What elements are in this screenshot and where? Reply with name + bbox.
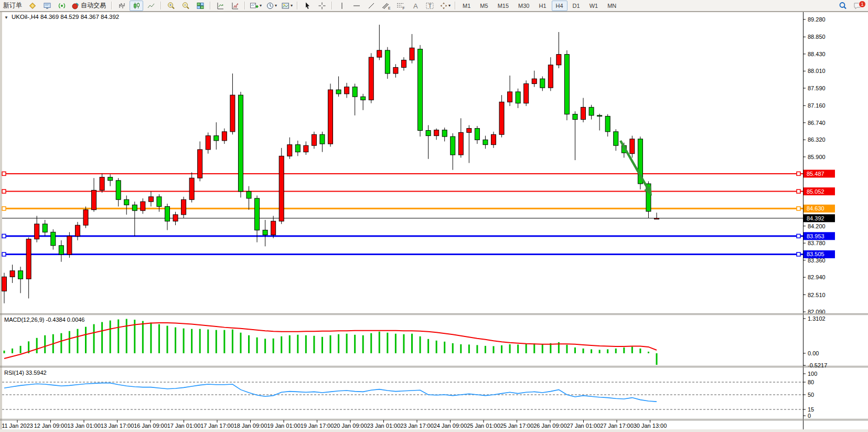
macd-bar	[281, 336, 282, 353]
line-chart-type-icon	[147, 2, 155, 10]
new-chart-button[interactable]: ▾	[248, 1, 263, 11]
candle-down	[157, 197, 162, 207]
candle-up	[345, 87, 349, 94]
signal-button[interactable]	[55, 1, 69, 11]
arrows-tool-icon	[440, 2, 448, 10]
bar-chart-type-button[interactable]	[115, 1, 128, 11]
candle-down	[320, 134, 325, 144]
gold-button[interactable]	[26, 1, 39, 11]
candle-down	[442, 130, 447, 136]
candle-up	[458, 132, 463, 155]
macd-bar	[468, 344, 470, 353]
time-axis-label: 27 Jan 01:00	[567, 423, 601, 429]
macd-bar	[607, 349, 608, 353]
timeframe-button-h4[interactable]: H4	[552, 1, 567, 11]
chat-button[interactable]: 1	[851, 1, 864, 11]
timeframe-button-m30[interactable]: M30	[514, 1, 533, 11]
line-chart-type-button[interactable]	[144, 1, 158, 11]
tile-windows-button[interactable]	[194, 1, 207, 11]
macd-bar	[501, 345, 502, 353]
indicator-window2-button[interactable]	[228, 1, 242, 11]
timeframe-label: M5	[477, 3, 490, 9]
zoom-in-button[interactable]	[164, 1, 178, 11]
candle-chart-type-button[interactable]	[130, 1, 143, 11]
label-tool-button[interactable]: T	[423, 1, 437, 11]
macd-bar	[20, 346, 22, 353]
price-axis-label: 88.850	[808, 34, 826, 40]
timeframe-button-d1[interactable]: D1	[569, 1, 584, 11]
macd-bar	[599, 350, 601, 353]
candle-up	[508, 92, 512, 102]
zoom-out-icon	[181, 2, 190, 10]
hline-tool-button[interactable]	[350, 1, 363, 11]
price-level-box-label: 85.052	[807, 188, 824, 195]
new-order-button[interactable]: 新订单	[1, 1, 25, 11]
candle-up	[100, 177, 104, 191]
price-axis-label: 83.780	[808, 240, 826, 246]
crosshair-tool-button[interactable]	[315, 1, 329, 11]
candle-up	[2, 277, 7, 291]
candle-up	[141, 202, 145, 210]
vline-tool-button[interactable]	[335, 1, 349, 11]
chart-canvas[interactable]: 89.28088.85088.43088.01087.59087.16086.7…	[0, 0, 868, 432]
macd-bar	[36, 338, 38, 353]
macd-bar	[101, 322, 103, 353]
candle-up	[524, 83, 529, 103]
macd-bar	[485, 346, 486, 353]
price-axis-label: 88.010	[808, 68, 826, 74]
time-axis-label: 25 Jan 17:00	[500, 423, 534, 429]
candle-down	[614, 132, 618, 145]
trendline-tool-button[interactable]	[365, 1, 378, 11]
candle-up	[401, 60, 406, 67]
rsi-axis-label: 15	[808, 406, 814, 413]
candle-down	[589, 107, 594, 115]
cursor-icon	[303, 2, 312, 10]
timeframe-button-m1[interactable]: M1	[458, 1, 475, 11]
candle-up	[491, 134, 496, 144]
candle-down	[418, 49, 423, 131]
symbol-dropdown-icon[interactable]: ▼	[4, 15, 8, 20]
macd-bar	[264, 339, 266, 353]
search-button[interactable]	[836, 1, 850, 11]
autotrade-button[interactable]: 自动交易	[70, 1, 109, 11]
candle-up	[532, 79, 537, 83]
macd-bar	[93, 324, 95, 353]
zoom-out-button[interactable]	[179, 1, 192, 11]
text-tool-button[interactable]: A	[409, 1, 422, 11]
channel-tool-button[interactable]: E	[379, 1, 393, 11]
timeframe-button-mn[interactable]: MN	[603, 1, 620, 11]
macd-bar	[411, 334, 413, 353]
time-axis-label: 13 Jan 01:00	[67, 423, 101, 429]
timeframe-button-h1[interactable]: H1	[534, 1, 550, 11]
period-button[interactable]: ▾	[264, 1, 278, 11]
time-axis-label: 19 Jan 17:00	[301, 423, 334, 429]
time-axis-label: 16 Jan 09:00	[134, 423, 167, 429]
macd-bar	[648, 352, 649, 353]
candle-down	[352, 87, 357, 97]
candle-down	[564, 55, 569, 114]
search-icon	[838, 1, 848, 10]
cursor-tool-button[interactable]	[301, 1, 314, 11]
macd-bar	[509, 344, 511, 353]
terminal-button[interactable]	[40, 1, 54, 11]
bar-chart-type-icon	[117, 2, 126, 10]
fibo-tool-button[interactable]: F	[394, 1, 408, 11]
macd-bar	[216, 330, 217, 353]
macd-bar	[460, 344, 462, 353]
timeframe-button-m5[interactable]: M5	[476, 1, 492, 11]
timeframe-button-m15[interactable]: M15	[494, 1, 513, 11]
timeframe-label: M30	[516, 3, 532, 9]
timeframe-label: M1	[460, 3, 473, 9]
candle-up	[287, 145, 292, 156]
time-axis-label: 30 Jan 13:00	[634, 423, 667, 429]
indicator-window-button[interactable]	[213, 1, 227, 11]
arrows-tool-button[interactable]: ▾	[438, 1, 452, 11]
macd-bar	[338, 334, 339, 353]
timeframe-button-w1[interactable]: W1	[585, 1, 603, 11]
macd-bar	[533, 343, 535, 353]
chat-badge: 1	[859, 1, 866, 8]
toolbar-separator	[160, 2, 162, 9]
candle-down	[108, 177, 113, 181]
line-left-handle	[2, 172, 6, 175]
template-button[interactable]: ▾	[280, 1, 294, 11]
